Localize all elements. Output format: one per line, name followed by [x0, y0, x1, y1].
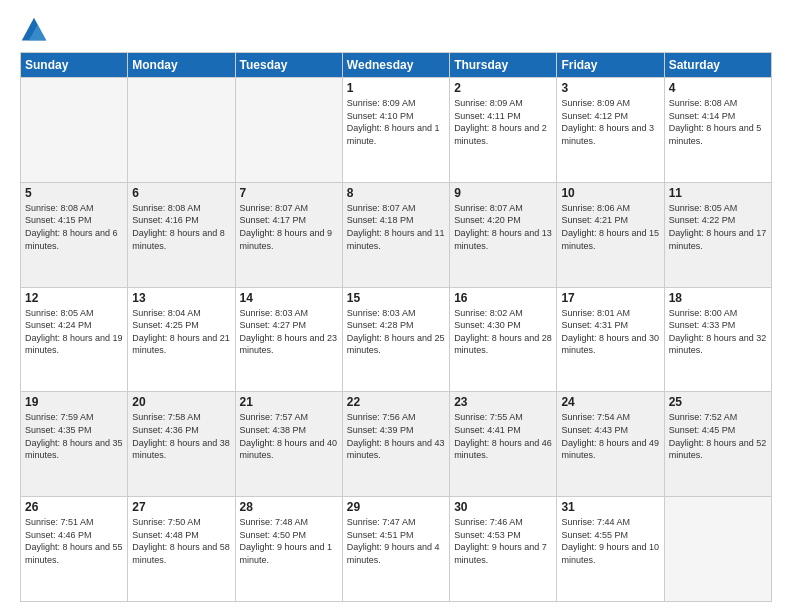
calendar-cell: 22Sunrise: 7:56 AMSunset: 4:39 PMDayligh… [342, 392, 449, 497]
weekday-sunday: Sunday [21, 53, 128, 78]
day-number: 10 [561, 186, 659, 200]
calendar-table: SundayMondayTuesdayWednesdayThursdayFrid… [20, 52, 772, 602]
calendar-cell: 6Sunrise: 8:08 AMSunset: 4:16 PMDaylight… [128, 182, 235, 287]
day-number: 23 [454, 395, 552, 409]
calendar-cell: 12Sunrise: 8:05 AMSunset: 4:24 PMDayligh… [21, 287, 128, 392]
logo-icon [20, 16, 48, 44]
day-info: Sunrise: 8:03 AMSunset: 4:28 PMDaylight:… [347, 307, 445, 357]
day-number: 13 [132, 291, 230, 305]
weekday-thursday: Thursday [450, 53, 557, 78]
day-info: Sunrise: 8:00 AMSunset: 4:33 PMDaylight:… [669, 307, 767, 357]
weekday-saturday: Saturday [664, 53, 771, 78]
day-info: Sunrise: 7:56 AMSunset: 4:39 PMDaylight:… [347, 411, 445, 461]
day-number: 11 [669, 186, 767, 200]
day-number: 4 [669, 81, 767, 95]
week-row-1: 1Sunrise: 8:09 AMSunset: 4:10 PMDaylight… [21, 78, 772, 183]
day-number: 20 [132, 395, 230, 409]
calendar-cell: 23Sunrise: 7:55 AMSunset: 4:41 PMDayligh… [450, 392, 557, 497]
day-number: 5 [25, 186, 123, 200]
logo [20, 16, 52, 44]
day-info: Sunrise: 7:50 AMSunset: 4:48 PMDaylight:… [132, 516, 230, 566]
calendar-cell: 28Sunrise: 7:48 AMSunset: 4:50 PMDayligh… [235, 497, 342, 602]
calendar-cell: 11Sunrise: 8:05 AMSunset: 4:22 PMDayligh… [664, 182, 771, 287]
calendar-cell: 27Sunrise: 7:50 AMSunset: 4:48 PMDayligh… [128, 497, 235, 602]
calendar-cell: 9Sunrise: 8:07 AMSunset: 4:20 PMDaylight… [450, 182, 557, 287]
day-number: 18 [669, 291, 767, 305]
day-info: Sunrise: 8:09 AMSunset: 4:10 PMDaylight:… [347, 97, 445, 147]
calendar-cell: 15Sunrise: 8:03 AMSunset: 4:28 PMDayligh… [342, 287, 449, 392]
calendar-cell: 3Sunrise: 8:09 AMSunset: 4:12 PMDaylight… [557, 78, 664, 183]
day-info: Sunrise: 8:08 AMSunset: 4:15 PMDaylight:… [25, 202, 123, 252]
day-info: Sunrise: 8:01 AMSunset: 4:31 PMDaylight:… [561, 307, 659, 357]
day-number: 28 [240, 500, 338, 514]
day-info: Sunrise: 8:09 AMSunset: 4:11 PMDaylight:… [454, 97, 552, 147]
week-row-2: 5Sunrise: 8:08 AMSunset: 4:15 PMDaylight… [21, 182, 772, 287]
weekday-friday: Friday [557, 53, 664, 78]
day-info: Sunrise: 7:44 AMSunset: 4:55 PMDaylight:… [561, 516, 659, 566]
day-info: Sunrise: 8:07 AMSunset: 4:18 PMDaylight:… [347, 202, 445, 252]
header [20, 16, 772, 44]
day-info: Sunrise: 7:58 AMSunset: 4:36 PMDaylight:… [132, 411, 230, 461]
day-number: 22 [347, 395, 445, 409]
calendar-cell [128, 78, 235, 183]
calendar-cell: 10Sunrise: 8:06 AMSunset: 4:21 PMDayligh… [557, 182, 664, 287]
day-number: 7 [240, 186, 338, 200]
calendar-cell: 29Sunrise: 7:47 AMSunset: 4:51 PMDayligh… [342, 497, 449, 602]
day-number: 21 [240, 395, 338, 409]
day-info: Sunrise: 7:54 AMSunset: 4:43 PMDaylight:… [561, 411, 659, 461]
calendar-cell: 24Sunrise: 7:54 AMSunset: 4:43 PMDayligh… [557, 392, 664, 497]
page: SundayMondayTuesdayWednesdayThursdayFrid… [0, 0, 792, 612]
day-info: Sunrise: 7:47 AMSunset: 4:51 PMDaylight:… [347, 516, 445, 566]
day-info: Sunrise: 7:52 AMSunset: 4:45 PMDaylight:… [669, 411, 767, 461]
week-row-3: 12Sunrise: 8:05 AMSunset: 4:24 PMDayligh… [21, 287, 772, 392]
calendar-cell: 1Sunrise: 8:09 AMSunset: 4:10 PMDaylight… [342, 78, 449, 183]
calendar-cell: 26Sunrise: 7:51 AMSunset: 4:46 PMDayligh… [21, 497, 128, 602]
day-info: Sunrise: 7:51 AMSunset: 4:46 PMDaylight:… [25, 516, 123, 566]
calendar-cell: 7Sunrise: 8:07 AMSunset: 4:17 PMDaylight… [235, 182, 342, 287]
calendar-cell [664, 497, 771, 602]
day-info: Sunrise: 7:55 AMSunset: 4:41 PMDaylight:… [454, 411, 552, 461]
day-info: Sunrise: 8:09 AMSunset: 4:12 PMDaylight:… [561, 97, 659, 147]
day-info: Sunrise: 8:08 AMSunset: 4:14 PMDaylight:… [669, 97, 767, 147]
calendar-cell: 4Sunrise: 8:08 AMSunset: 4:14 PMDaylight… [664, 78, 771, 183]
weekday-wednesday: Wednesday [342, 53, 449, 78]
week-row-4: 19Sunrise: 7:59 AMSunset: 4:35 PMDayligh… [21, 392, 772, 497]
day-info: Sunrise: 8:06 AMSunset: 4:21 PMDaylight:… [561, 202, 659, 252]
day-info: Sunrise: 7:48 AMSunset: 4:50 PMDaylight:… [240, 516, 338, 566]
day-number: 1 [347, 81, 445, 95]
day-info: Sunrise: 8:08 AMSunset: 4:16 PMDaylight:… [132, 202, 230, 252]
day-number: 9 [454, 186, 552, 200]
day-number: 3 [561, 81, 659, 95]
calendar-cell: 13Sunrise: 8:04 AMSunset: 4:25 PMDayligh… [128, 287, 235, 392]
day-info: Sunrise: 8:02 AMSunset: 4:30 PMDaylight:… [454, 307, 552, 357]
calendar-cell: 20Sunrise: 7:58 AMSunset: 4:36 PMDayligh… [128, 392, 235, 497]
calendar-cell [235, 78, 342, 183]
day-info: Sunrise: 7:59 AMSunset: 4:35 PMDaylight:… [25, 411, 123, 461]
weekday-monday: Monday [128, 53, 235, 78]
day-info: Sunrise: 7:46 AMSunset: 4:53 PMDaylight:… [454, 516, 552, 566]
day-number: 27 [132, 500, 230, 514]
calendar-cell: 25Sunrise: 7:52 AMSunset: 4:45 PMDayligh… [664, 392, 771, 497]
day-number: 15 [347, 291, 445, 305]
calendar-cell: 14Sunrise: 8:03 AMSunset: 4:27 PMDayligh… [235, 287, 342, 392]
calendar-cell [21, 78, 128, 183]
day-number: 12 [25, 291, 123, 305]
day-number: 14 [240, 291, 338, 305]
calendar-cell: 2Sunrise: 8:09 AMSunset: 4:11 PMDaylight… [450, 78, 557, 183]
day-info: Sunrise: 8:07 AMSunset: 4:20 PMDaylight:… [454, 202, 552, 252]
weekday-header-row: SundayMondayTuesdayWednesdayThursdayFrid… [21, 53, 772, 78]
day-number: 25 [669, 395, 767, 409]
day-number: 2 [454, 81, 552, 95]
day-info: Sunrise: 8:03 AMSunset: 4:27 PMDaylight:… [240, 307, 338, 357]
day-number: 29 [347, 500, 445, 514]
day-info: Sunrise: 8:04 AMSunset: 4:25 PMDaylight:… [132, 307, 230, 357]
calendar-cell: 21Sunrise: 7:57 AMSunset: 4:38 PMDayligh… [235, 392, 342, 497]
week-row-5: 26Sunrise: 7:51 AMSunset: 4:46 PMDayligh… [21, 497, 772, 602]
day-number: 26 [25, 500, 123, 514]
day-number: 19 [25, 395, 123, 409]
day-number: 16 [454, 291, 552, 305]
calendar-cell: 19Sunrise: 7:59 AMSunset: 4:35 PMDayligh… [21, 392, 128, 497]
day-info: Sunrise: 8:05 AMSunset: 4:22 PMDaylight:… [669, 202, 767, 252]
day-number: 6 [132, 186, 230, 200]
day-number: 17 [561, 291, 659, 305]
